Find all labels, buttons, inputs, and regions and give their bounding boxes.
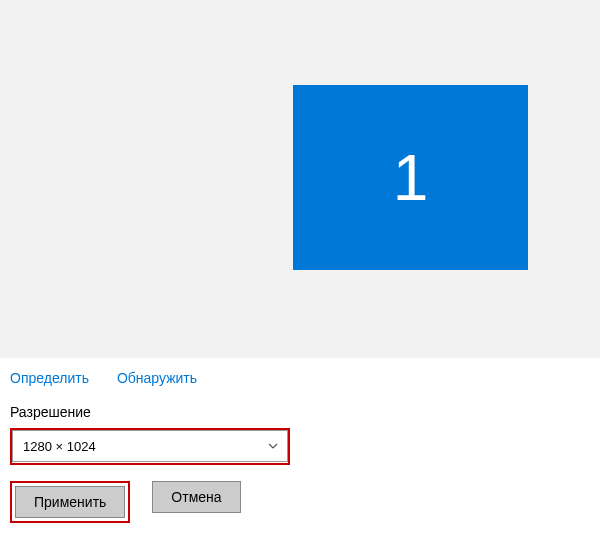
identify-link[interactable]: Определить — [10, 370, 89, 386]
resolution-dropdown-highlight: 1280 × 1024 — [10, 428, 290, 465]
display-preview-area: 1 — [0, 0, 600, 358]
display-action-links: Определить Обнаружить — [10, 370, 590, 386]
settings-content: Определить Обнаружить Разрешение 1280 × … — [0, 358, 600, 523]
detect-link[interactable]: Обнаружить — [117, 370, 197, 386]
resolution-label: Разрешение — [10, 404, 590, 420]
action-buttons-row: Применить Отмена — [10, 481, 590, 523]
apply-button-highlight: Применить — [10, 481, 130, 523]
monitor-tile-1[interactable]: 1 — [293, 85, 528, 270]
chevron-down-icon — [267, 440, 279, 452]
monitor-number: 1 — [393, 141, 429, 215]
resolution-selected-value: 1280 × 1024 — [23, 439, 96, 454]
apply-button[interactable]: Применить — [15, 486, 125, 518]
cancel-button[interactable]: Отмена — [152, 481, 240, 513]
resolution-dropdown[interactable]: 1280 × 1024 — [12, 430, 288, 462]
